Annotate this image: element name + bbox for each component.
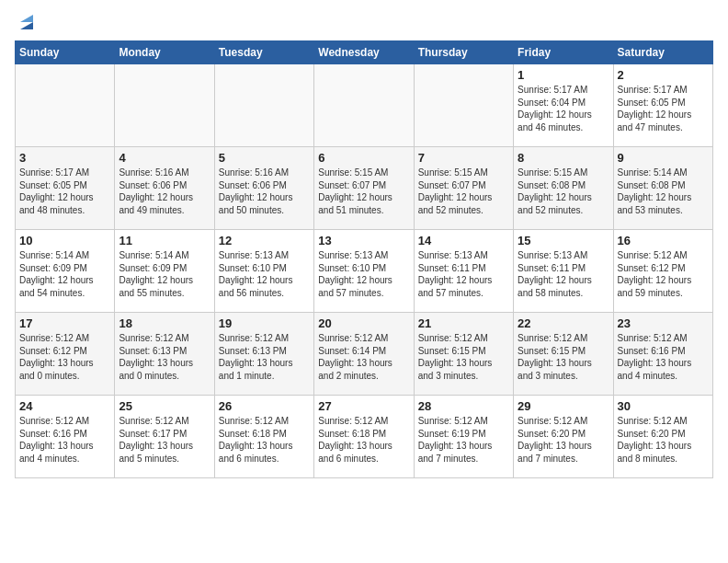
day-info: Daylight: 12 hours [318, 274, 409, 287]
day-info: Sunrise: 5:14 AM [119, 249, 210, 262]
day-number: 20 [318, 316, 409, 330]
calendar-cell: 5Sunrise: 5:16 AMSunset: 6:06 PMDaylight… [214, 147, 313, 230]
day-info: Sunrise: 5:12 AM [119, 415, 210, 428]
day-info: Daylight: 13 hours [518, 440, 609, 453]
day-info: Sunrise: 5:12 AM [219, 415, 310, 428]
day-number: 26 [219, 399, 310, 413]
day-number: 19 [219, 316, 310, 330]
day-info: Sunrise: 5:13 AM [318, 249, 409, 262]
day-info: Sunrise: 5:13 AM [518, 249, 609, 262]
page-header [15, 15, 713, 29]
day-number: 5 [219, 151, 310, 165]
day-number: 3 [19, 151, 110, 165]
calendar-cell: 28Sunrise: 5:12 AMSunset: 6:19 PMDayligh… [414, 396, 513, 478]
calendar-cell: 14Sunrise: 5:13 AMSunset: 6:11 PMDayligh… [414, 230, 513, 313]
day-number: 13 [318, 234, 409, 247]
day-info: and 50 minutes. [219, 204, 310, 217]
day-info: Daylight: 12 hours [219, 191, 310, 204]
day-number: 18 [119, 316, 210, 330]
day-info: Daylight: 13 hours [19, 357, 110, 370]
day-info: Sunset: 6:04 PM [518, 97, 609, 109]
calendar-cell: 18Sunrise: 5:12 AMSunset: 6:13 PMDayligh… [115, 313, 214, 396]
calendar-cell: 2Sunrise: 5:17 AMSunset: 6:05 PMDaylight… [613, 64, 712, 147]
day-info: Daylight: 12 hours [518, 191, 609, 204]
day-info: Daylight: 13 hours [418, 440, 509, 453]
calendar-cell: 9Sunrise: 5:14 AMSunset: 6:08 PMDaylight… [613, 147, 712, 230]
day-info: Sunset: 6:10 PM [318, 262, 409, 275]
calendar-cell: 10Sunrise: 5:14 AMSunset: 6:09 PMDayligh… [16, 230, 115, 313]
calendar-cell: 21Sunrise: 5:12 AMSunset: 6:15 PMDayligh… [414, 313, 513, 396]
day-number: 22 [518, 316, 609, 330]
calendar-table: SundayMondayTuesdayWednesdayThursdayFrid… [15, 40, 713, 478]
day-info: Sunrise: 5:14 AM [618, 167, 709, 179]
day-info: Daylight: 12 hours [119, 191, 210, 204]
day-info: Daylight: 12 hours [219, 274, 310, 287]
day-number: 29 [518, 399, 609, 413]
weekday-header-wednesday: Wednesday [314, 41, 414, 64]
day-info: Daylight: 12 hours [19, 274, 110, 287]
day-info: Sunset: 6:09 PM [119, 262, 210, 275]
day-info: Daylight: 13 hours [418, 357, 509, 370]
calendar-cell: 26Sunrise: 5:12 AMSunset: 6:18 PMDayligh… [214, 396, 313, 478]
day-info: Sunset: 6:17 PM [119, 428, 210, 441]
day-number: 25 [119, 399, 210, 413]
calendar-cell: 24Sunrise: 5:12 AMSunset: 6:16 PMDayligh… [16, 396, 115, 478]
day-info: Sunset: 6:18 PM [219, 428, 310, 441]
day-info: Daylight: 13 hours [219, 440, 310, 453]
calendar-cell: 15Sunrise: 5:13 AMSunset: 6:11 PMDayligh… [514, 230, 613, 313]
day-info: Sunrise: 5:12 AM [618, 332, 709, 345]
calendar-cell: 12Sunrise: 5:13 AMSunset: 6:10 PMDayligh… [214, 230, 313, 313]
day-number: 6 [318, 151, 409, 165]
day-number: 24 [19, 399, 110, 413]
day-info: Daylight: 13 hours [518, 357, 609, 370]
day-info: Sunrise: 5:12 AM [618, 415, 709, 428]
day-info: and 8 minutes. [618, 453, 709, 465]
day-info: and 52 minutes. [518, 204, 609, 217]
day-info: Sunrise: 5:12 AM [618, 249, 709, 262]
day-info: Sunrise: 5:12 AM [119, 332, 210, 345]
day-info: Sunset: 6:12 PM [618, 262, 709, 275]
day-number: 17 [19, 316, 110, 330]
day-info: and 57 minutes. [318, 287, 409, 300]
day-info: Daylight: 12 hours [518, 109, 609, 121]
day-info: and 47 minutes. [618, 121, 709, 134]
calendar-cell [16, 64, 115, 147]
day-info: Sunrise: 5:15 AM [318, 167, 409, 179]
day-info: Sunrise: 5:13 AM [418, 249, 509, 262]
day-info: Daylight: 12 hours [618, 109, 709, 121]
day-number: 15 [518, 234, 609, 247]
day-info: Daylight: 12 hours [318, 191, 409, 204]
calendar-cell: 30Sunrise: 5:12 AMSunset: 6:20 PMDayligh… [613, 396, 712, 478]
day-info: Sunrise: 5:16 AM [119, 167, 210, 179]
calendar-cell: 22Sunrise: 5:12 AMSunset: 6:15 PMDayligh… [514, 313, 613, 396]
day-info: Sunrise: 5:15 AM [418, 167, 509, 179]
calendar-cell: 4Sunrise: 5:16 AMSunset: 6:06 PMDaylight… [115, 147, 214, 230]
day-number: 14 [418, 234, 509, 247]
day-info: and 57 minutes. [418, 287, 509, 300]
day-info: Sunset: 6:16 PM [618, 345, 709, 358]
day-info: and 48 minutes. [19, 204, 110, 217]
day-info: and 0 minutes. [119, 370, 210, 383]
calendar-cell: 1Sunrise: 5:17 AMSunset: 6:04 PMDaylight… [514, 64, 613, 147]
day-number: 4 [119, 151, 210, 165]
day-info: and 59 minutes. [618, 287, 709, 300]
day-number: 9 [618, 151, 709, 165]
calendar-cell: 17Sunrise: 5:12 AMSunset: 6:12 PMDayligh… [16, 313, 115, 396]
calendar-cell: 25Sunrise: 5:12 AMSunset: 6:17 PMDayligh… [115, 396, 214, 478]
day-number: 7 [418, 151, 509, 165]
day-info: Daylight: 13 hours [318, 440, 409, 453]
day-info: and 5 minutes. [119, 453, 210, 465]
day-number: 1 [518, 68, 609, 82]
day-info: Daylight: 13 hours [618, 440, 709, 453]
day-info: Sunrise: 5:12 AM [318, 415, 409, 428]
day-info: Sunset: 6:18 PM [318, 428, 409, 441]
day-number: 2 [618, 68, 709, 82]
day-info: Sunset: 6:14 PM [318, 345, 409, 358]
day-info: and 6 minutes. [318, 453, 409, 465]
day-info: Sunset: 6:08 PM [518, 179, 609, 192]
weekday-header-friday: Friday [514, 41, 613, 64]
day-info: and 55 minutes. [119, 287, 210, 300]
calendar-cell [414, 64, 513, 147]
day-info: Daylight: 12 hours [418, 274, 509, 287]
day-info: Daylight: 12 hours [418, 191, 509, 204]
